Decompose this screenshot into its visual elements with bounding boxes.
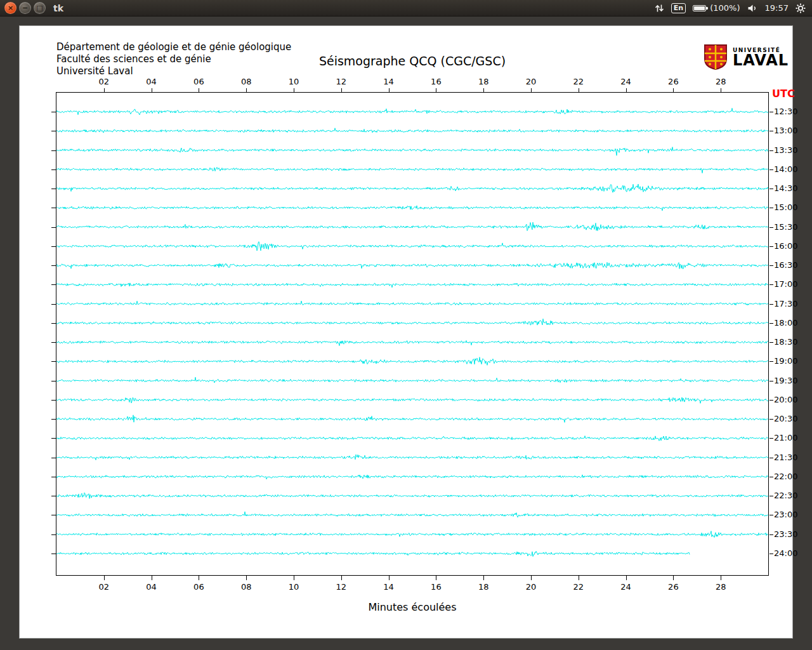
x-tick-mark-bottom: [152, 576, 152, 580]
x-tick-mark-top: [199, 88, 199, 93]
trace-tick-left: [51, 361, 56, 362]
trace-tick-right: [769, 554, 773, 554]
x-tick-label-top: 22: [569, 77, 588, 86]
x-tick-mark-bottom: [436, 576, 436, 580]
x-tick-label-bottom: 06: [189, 582, 208, 592]
x-tick-mark-top: [389, 88, 390, 93]
x-tick-mark-top: [294, 88, 294, 93]
utc-time-label: 15:30: [774, 222, 797, 232]
restore-button[interactable]: □: [34, 2, 46, 14]
trace-tick-right: [769, 477, 773, 477]
session-gear-icon[interactable]: [796, 3, 806, 13]
trace-tick-left: [51, 438, 56, 439]
keyboard-layout-indicator[interactable]: En: [671, 3, 686, 13]
x-tick-label-bottom: 18: [474, 582, 493, 592]
x-tick-mark-top: [673, 88, 674, 93]
trace-tick-left: [51, 304, 56, 305]
x-tick-mark-top: [436, 88, 436, 93]
trace-tick-left: [51, 419, 56, 420]
x-tick-label-top: 08: [237, 77, 256, 86]
trace-tick-left: [51, 342, 56, 343]
utc-time-label: 21:30: [774, 453, 797, 462]
close-icon: ×: [8, 4, 13, 11]
x-tick-mark-top: [531, 88, 532, 93]
updown-arrows-icon[interactable]: [655, 4, 664, 13]
trace-tick-left: [51, 131, 56, 131]
minimize-button[interactable]: −: [19, 2, 31, 14]
trace-tick-left: [51, 323, 56, 324]
utc-time-label: 19:00: [774, 356, 797, 366]
battery-icon: [693, 5, 706, 11]
restore-icon: □: [36, 4, 43, 11]
x-tick-mark-bottom: [246, 576, 247, 580]
x-tick-label-top: 10: [284, 77, 303, 86]
x-tick-mark-bottom: [673, 576, 674, 580]
logo-text: UNIVERSITÉ LAVAL: [733, 47, 789, 68]
utc-time-label: 18:00: [774, 318, 797, 328]
trace-tick-right: [769, 361, 773, 362]
trace-tick-right: [769, 284, 773, 285]
utc-time-label: 14:30: [774, 183, 797, 193]
close-button[interactable]: ×: [4, 2, 16, 14]
utc-time-label: 20:30: [774, 414, 797, 423]
x-tick-mark-bottom: [199, 576, 199, 580]
trace-tick-right: [769, 342, 773, 343]
battery-indicator[interactable]: (100%): [693, 3, 740, 13]
trace-tick-left: [51, 400, 56, 401]
utc-time-label: 23:30: [774, 529, 797, 539]
x-tick-label-bottom: 20: [521, 582, 540, 592]
utc-time-label: 12:30: [774, 107, 797, 116]
trace-tick-left: [51, 554, 56, 554]
trace-tick-left: [51, 265, 56, 266]
x-tick-label-top: 24: [617, 77, 636, 86]
x-tick-label-bottom: 10: [284, 582, 303, 592]
utc-time-label: 22:00: [774, 472, 797, 481]
x-tick-mark-top: [104, 88, 105, 93]
utc-time-label: 23:00: [774, 510, 797, 519]
trace-tick-right: [769, 189, 773, 189]
logo-line-laval: LAVAL: [733, 53, 789, 68]
trace-tick-right: [769, 400, 773, 401]
x-tick-label-top: 06: [189, 77, 208, 86]
x-tick-mark-bottom: [389, 576, 390, 580]
trace-tick-right: [769, 515, 773, 515]
institution-line: Département de géologie et de génie géol…: [56, 41, 291, 53]
x-tick-mark-bottom: [626, 576, 627, 580]
trace-tick-right: [769, 169, 773, 170]
x-tick-label-top: 16: [426, 77, 445, 86]
utc-time-label: 18:30: [774, 337, 797, 347]
trace-tick-right: [769, 419, 773, 420]
volume-icon[interactable]: [747, 4, 758, 13]
seismograph-window: Département de géologie et de génie géol…: [19, 25, 793, 639]
x-tick-mark-top: [626, 88, 627, 93]
trace-tick-left: [51, 515, 56, 515]
utc-time-label: 14:00: [774, 164, 797, 174]
trace-tick-right: [769, 381, 773, 381]
trace-tick-left: [51, 112, 56, 112]
x-tick-label-bottom: 04: [142, 582, 161, 592]
x-tick-label-top: 28: [711, 77, 730, 86]
trace-tick-left: [51, 246, 56, 247]
trace-tick-right: [769, 304, 773, 305]
utc-time-label: 13:00: [774, 126, 797, 135]
universite-laval-logo: UNIVERSITÉ LAVAL: [704, 44, 789, 70]
utc-time-label: 15:00: [774, 202, 797, 212]
trace-tick-right: [769, 323, 773, 324]
utc-time-label: 17:30: [774, 299, 797, 308]
trace-tick-left: [51, 208, 56, 208]
trace-tick-left: [51, 534, 56, 535]
utc-time-label: 19:30: [774, 376, 797, 385]
x-tick-mark-bottom: [531, 576, 532, 580]
x-tick-mark-bottom: [483, 576, 484, 580]
trace-tick-left: [51, 150, 56, 151]
x-tick-label-top: 18: [474, 77, 493, 86]
utc-axis-header: UTC: [772, 88, 795, 100]
seismogram-plot: [56, 92, 769, 576]
x-tick-mark-top: [152, 88, 152, 93]
trace-tick-right: [769, 150, 773, 151]
trace-tick-left: [51, 189, 56, 189]
utc-time-label: 21:00: [774, 433, 797, 442]
trace-tick-left: [51, 496, 56, 496]
clock[interactable]: 19:57: [765, 3, 789, 13]
x-axis-title: Minutes écoulées: [222, 601, 603, 613]
